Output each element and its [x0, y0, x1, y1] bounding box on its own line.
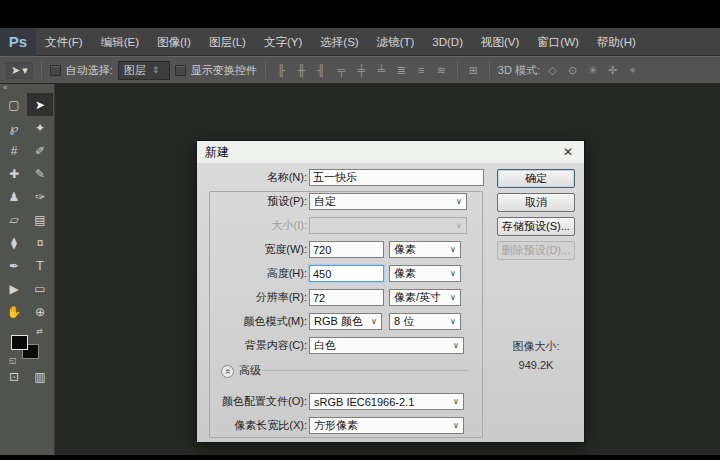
tool-clone-stamp[interactable]: ♟ — [1, 185, 27, 208]
3d-slide-icon[interactable]: ✢ — [605, 64, 620, 77]
3d-scale-icon[interactable]: ⌖ — [625, 64, 640, 77]
tool-brush[interactable]: ✎ — [27, 162, 53, 185]
pixel-aspect-label: 像素长宽比(X): — [197, 417, 307, 434]
separator — [489, 61, 490, 79]
align-bottom-edges-icon[interactable]: ╧ — [374, 64, 389, 76]
chevron-down-icon: ∨ — [446, 269, 460, 278]
default-colors-icon[interactable]: ◱ — [9, 356, 17, 365]
tool-rectangular-marquee[interactable]: ▢ — [1, 93, 27, 116]
screen-mode-button[interactable]: ▥ — [27, 365, 53, 388]
close-icon[interactable]: ✕ — [560, 145, 576, 159]
distribute-middle-icon[interactable]: ≡ — [414, 64, 429, 76]
menu-layer[interactable]: 图层(L) — [200, 28, 255, 56]
separator — [41, 61, 42, 79]
pixel-aspect-value: 方形像素 — [310, 418, 449, 433]
preset-dropdown[interactable]: 自定 ∨ — [309, 193, 467, 210]
menu-window[interactable]: 窗口(W) — [528, 28, 588, 56]
width-input[interactable] — [309, 241, 384, 258]
delete-preset-button: 删除预设(D)... — [497, 241, 575, 260]
menu-select[interactable]: 选择(S) — [311, 28, 367, 56]
show-transform-controls-label: 显示变换控件 — [191, 63, 257, 78]
tool-crop[interactable]: # — [1, 139, 27, 162]
tool-pen[interactable]: ✒ — [1, 254, 27, 277]
distribute-top-icon[interactable]: ≣ — [394, 64, 409, 77]
tools-grid: ▢ ➤ ℘ ✦ # ✐ ✚ ✎ ♟ ✑ ▱ ▤ ⧫ ¤ ✒ T ▶ ▭ ✋ ⊕ — [0, 93, 54, 323]
menu-3d[interactable]: 3D(D) — [423, 28, 472, 56]
width-unit-dropdown[interactable]: 像素 ∨ — [389, 241, 461, 258]
chevron-down-icon: ∨ — [446, 317, 460, 326]
tool-eraser[interactable]: ▱ — [1, 208, 27, 231]
foreground-color-swatch[interactable] — [11, 335, 28, 350]
ok-button[interactable]: 确定 — [497, 169, 575, 188]
image-size-label: 图像大小: — [497, 339, 575, 354]
color-profile-dropdown[interactable]: sRGB IEC61966-2.1 ∨ — [309, 393, 464, 410]
align-v-centers-icon[interactable]: ╪ — [354, 64, 369, 76]
menu-type[interactable]: 文字(Y) — [255, 28, 311, 56]
tool-path-selection[interactable]: ▶ — [1, 277, 27, 300]
show-transform-controls-checkbox[interactable] — [175, 65, 186, 76]
3d-mode-label: 3D 模式: — [498, 63, 540, 78]
swap-colors-icon[interactable]: ⇄ — [36, 327, 43, 336]
chevron-down-icon: ∨ — [449, 421, 463, 430]
move-tool-preset-button[interactable]: ➤ ▾ — [6, 62, 33, 79]
divider — [261, 370, 469, 371]
menu-file[interactable]: 文件(F) — [36, 28, 92, 56]
tool-magic-wand[interactable]: ✦ — [27, 116, 53, 139]
menu-image[interactable]: 图像(I) — [148, 28, 200, 56]
align-h-centers-icon[interactable]: ╫ — [294, 64, 309, 76]
auto-align-layers-icon[interactable]: ⊞ — [466, 64, 481, 77]
tool-lasso[interactable]: ℘ — [1, 116, 27, 139]
menu-edit[interactable]: 编辑(E) — [92, 28, 148, 56]
tool-gradient[interactable]: ▤ — [27, 208, 53, 231]
tool-eyedropper[interactable]: ✐ — [27, 139, 53, 162]
name-input[interactable] — [309, 169, 484, 186]
advanced-collapse-button[interactable]: « — [221, 365, 234, 378]
auto-select-target-dropdown[interactable]: 图层 ⇕ — [118, 61, 170, 80]
dialog-titlebar[interactable]: 新建 ✕ — [197, 141, 584, 163]
align-top-edges-icon[interactable]: ╤ — [334, 64, 349, 76]
pixel-aspect-dropdown[interactable]: 方形像素 ∨ — [309, 417, 464, 434]
color-mode-dropdown[interactable]: RGB 颜色 ∨ — [309, 313, 382, 330]
tool-dodge[interactable]: ¤ — [27, 231, 53, 254]
chevron-down-icon: ∨ — [449, 341, 463, 350]
3d-rotate-icon[interactable]: ◇ — [545, 64, 560, 77]
3d-drag-icon[interactable]: ✳ — [585, 64, 600, 77]
auto-select-target-value: 图层 — [124, 63, 146, 78]
height-unit-dropdown[interactable]: 像素 ∨ — [389, 265, 461, 282]
advanced-section-label: 高级 — [239, 363, 261, 378]
tool-healing-brush[interactable]: ✚ — [1, 162, 27, 185]
image-size-value: 949.2K — [497, 359, 575, 371]
tool-rectangle-shape[interactable]: ▭ — [27, 277, 53, 300]
background-contents-label: 背景内容(C): — [197, 337, 307, 354]
background-contents-dropdown[interactable]: 白色 ∨ — [309, 337, 464, 354]
align-left-edges-icon[interactable]: ╟ — [274, 64, 289, 76]
tool-zoom[interactable]: ⊕ — [27, 300, 53, 323]
menu-help[interactable]: 帮助(H) — [588, 28, 645, 56]
bit-depth-dropdown[interactable]: 8 位 ∨ — [389, 313, 461, 330]
tool-move[interactable]: ➤ — [27, 93, 53, 116]
distribute-bottom-icon[interactable]: ≋ — [434, 64, 449, 77]
resolution-input[interactable] — [309, 289, 384, 306]
3d-roll-icon[interactable]: ⊙ — [565, 64, 580, 77]
cancel-button[interactable]: 取消 — [497, 193, 575, 212]
new-document-dialog: 新建 ✕ 名称(N): 预设(P): 自定 ∨ 大小(I): ∨ 宽度(W): — [196, 140, 585, 443]
menu-view[interactable]: 视图(V) — [472, 28, 528, 56]
resolution-unit-dropdown[interactable]: 像素/英寸 ∨ — [389, 289, 461, 306]
tools-grid-bottom: ⊡ ▥ — [0, 365, 54, 388]
quick-mask-button[interactable]: ⊡ — [1, 365, 27, 388]
save-preset-button[interactable]: 存储预设(S)... — [497, 217, 575, 236]
height-input[interactable] — [309, 265, 384, 282]
tool-blur[interactable]: ⧫ — [1, 231, 27, 254]
chevron-down-icon: ∨ — [367, 317, 381, 326]
auto-select-checkbox[interactable] — [50, 65, 61, 76]
tool-history-brush[interactable]: ✑ — [27, 185, 53, 208]
tool-type[interactable]: T — [27, 254, 53, 277]
align-right-edges-icon[interactable]: ╢ — [314, 64, 329, 76]
tool-hand[interactable]: ✋ — [1, 300, 27, 323]
chevron-down-icon: ∨ — [449, 397, 463, 406]
menu-filter[interactable]: 滤镜(T) — [368, 28, 424, 56]
collapse-chevrons-icon: « — [223, 369, 232, 374]
panel-collapse-icon[interactable]: « — [0, 84, 54, 93]
size-label: 大小(I): — [197, 217, 307, 234]
photoshop-logo-icon: Ps — [0, 28, 36, 56]
